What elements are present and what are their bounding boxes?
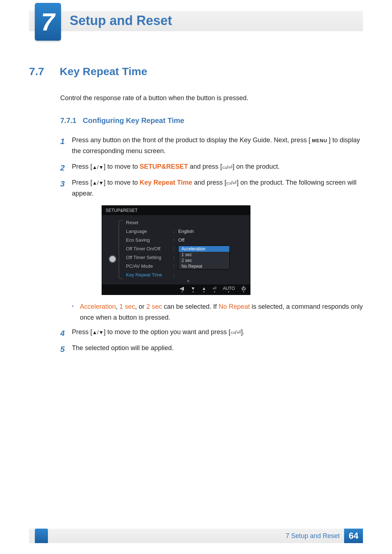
section-title: Key Repeat Time [60, 65, 147, 78]
section-heading: 7.7 Key Repeat Time [29, 65, 363, 78]
osd-option-1sec: 1 sec [179, 252, 229, 258]
osd-colon: : [173, 255, 178, 260]
osd-menu: SETUP&RESET Reset Language : English Eco… [102, 205, 250, 295]
osd-option-2sec: 2 sec [179, 258, 229, 263]
step-text: Press [ [72, 328, 92, 336]
footer-page-number: 64 [344, 529, 363, 543]
osd-colon: : [173, 237, 178, 243]
osd-footer: ◂▮▾ ▼▾ ▲▾ ⏎▾ AUTO▾ ⏻▾ [102, 284, 250, 295]
updown-icon: ▲/▼ [92, 330, 104, 335]
foot-arrow-icon: ▾ [243, 291, 244, 294]
step-number: 3 [60, 177, 65, 190]
step-text: Press any button on the front of the pro… [72, 136, 310, 144]
step-number: 2 [60, 161, 65, 175]
highlight: SETUP&RESET [140, 163, 188, 170]
osd-foot-auto: AUTO▾ [223, 286, 235, 294]
step-number: 1 [60, 135, 65, 148]
step-text: ] on the product. [233, 163, 280, 170]
step-text: and press [ [188, 163, 222, 170]
subsection-number: 7.7.1 [60, 116, 76, 124]
osd-label: Key Repeat Time [126, 272, 173, 278]
subsection-heading: 7.7.1 Configuring Key Repeat Time [60, 116, 363, 125]
osd-colon: : [173, 246, 178, 251]
highlight: 1 sec [119, 303, 135, 310]
text: , [116, 303, 119, 310]
step-text: ] to move to [104, 179, 140, 186]
step-3: 3 Press [▲/▼] to move to Key Repeat Time… [60, 177, 363, 199]
menu-button-label: MENU [310, 137, 328, 144]
step-text: The selected option will be applied. [72, 344, 173, 352]
osd-option-norepeat: No Repeat [179, 263, 229, 269]
step-number: 4 [60, 327, 65, 340]
osd-row-language: Language : English [126, 227, 250, 235]
highlight: No Repeat [219, 303, 250, 310]
osd-title: SETUP&RESET [102, 206, 250, 215]
text: can be selected. If [162, 303, 219, 310]
osd-bracket-icon [119, 220, 123, 279]
footer-chapter-ref: 7 Setup and Reset [286, 532, 340, 540]
foot-arrow-icon: ▾ [228, 291, 229, 294]
foot-arrow-icon: ▾ [192, 291, 194, 294]
chapter-title: Setup and Reset [70, 13, 172, 28]
osd-row-offtimersetting: Off Timer Setting : Acceleration 1 sec 2… [126, 253, 250, 262]
gear-icon [109, 255, 117, 263]
osd-label: Off Timer Setting [126, 255, 173, 260]
step-1: 1 Press any button on the front of the p… [60, 135, 363, 156]
osd-label: Off Timer On/Off [126, 246, 173, 251]
osd-row-eco: Eco Saving : Off [126, 235, 250, 244]
subsection-title: Configuring Key Repeat Time [83, 116, 184, 124]
step-text: Press [ [72, 179, 92, 186]
enter-icon: ▭/⏎ [230, 330, 241, 335]
osd-colon: : [173, 272, 178, 278]
osd-value: English [178, 229, 194, 234]
osd-foot-power: ⏻▾ [241, 286, 246, 294]
osd-foot-back: ◂▮▾ [180, 286, 184, 294]
step-number: 5 [60, 343, 65, 356]
footer-left-tab [35, 529, 48, 543]
footer-bar: 7 Setup and Reset 64 [29, 529, 363, 543]
osd-label: PC/AV Mode [126, 263, 173, 269]
osd-label: Reset [126, 220, 173, 225]
bullet-item: Acceleration, 1 sec, or 2 sec can be sel… [72, 301, 363, 323]
osd-foot-up: ▲▾ [202, 286, 206, 294]
section-intro: Control the response rate of a button wh… [60, 94, 363, 102]
osd-popup: Acceleration 1 sec 2 sec No Repeat [178, 246, 230, 270]
foot-arrow-icon: ▾ [214, 291, 215, 294]
chapter-number-tab: 7 [35, 3, 61, 41]
chapter-number: 7 [41, 8, 55, 36]
enter-icon: ▭/⏎ [222, 165, 233, 170]
step-text: ]. [241, 328, 245, 336]
highlight: Key Repeat Time [140, 179, 192, 186]
section-number: 7.7 [29, 65, 58, 78]
foot-arrow-icon: ▾ [181, 291, 183, 294]
osd-foot-enter: ⏎▾ [213, 286, 216, 294]
osd-colon: : [173, 229, 178, 234]
osd-left [104, 218, 121, 283]
step-text: and press [ [192, 179, 226, 186]
osd-foot-down: ▼▾ [191, 286, 195, 294]
osd-label: Eco Saving [126, 237, 173, 243]
highlight: Acceleration [80, 303, 116, 310]
osd-row-keyrepeat: Key Repeat Time : [126, 270, 250, 279]
steps-list: 1 Press any button on the front of the p… [60, 135, 363, 199]
step-text: Press [ [72, 163, 92, 170]
step-4: 4 Press [▲/▼] to move to the option you … [60, 327, 363, 338]
osd-list: Reset Language : English Eco Saving : Of… [121, 218, 250, 283]
updown-icon: ▲/▼ [92, 165, 104, 170]
osd-row-reset: Reset [126, 218, 250, 227]
steps-list-cont: 4 Press [▲/▼] to move to the option you … [60, 327, 363, 353]
osd-colon: : [173, 263, 178, 269]
step-text: ] to move to [104, 163, 140, 170]
osd-option-acceleration: Acceleration [179, 246, 229, 252]
page-number: 64 [349, 531, 359, 541]
foot-arrow-icon: ▾ [203, 291, 205, 294]
enter-icon: ▭/⏎ [226, 180, 237, 185]
chevron-down-icon: ▾ [126, 279, 250, 283]
step-text: ] to move to the option you want and pre… [104, 328, 230, 336]
highlight: 2 sec [146, 303, 162, 310]
step-5: 5 The selected option will be applied. [60, 343, 363, 354]
bullet-list: Acceleration, 1 sec, or 2 sec can be sel… [72, 301, 363, 323]
text: , or [135, 303, 146, 310]
content-area: 7.7 Key Repeat Time Control the response… [29, 65, 363, 525]
osd-body: Reset Language : English Eco Saving : Of… [102, 215, 250, 284]
